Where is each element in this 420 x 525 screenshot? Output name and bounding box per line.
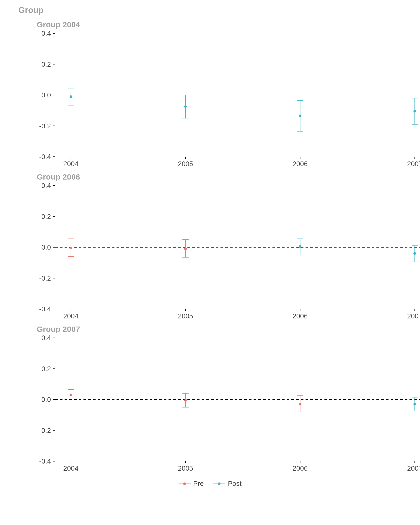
y-tick-label: 0.4 — [41, 334, 51, 342]
y-tick-label: -0.2 — [39, 274, 51, 282]
data-point — [68, 88, 74, 106]
x-tick-label: 2006 — [292, 312, 308, 320]
panel-title: Group 2006 — [37, 172, 80, 181]
data-point — [182, 240, 189, 258]
page-title: Group — [18, 5, 412, 15]
legend: PrePost — [8, 480, 412, 488]
svg-point-47 — [413, 403, 416, 406]
y-tick-label: 0.0 — [41, 396, 51, 403]
plot-svg: -0.4-0.20.00.20.42004200520062007 — [32, 33, 420, 172]
svg-point-23 — [184, 248, 187, 250]
x-tick-label: 2005 — [178, 312, 193, 320]
chart-container: Group Group 2004-0.4-0.20.00.20.42004200… — [0, 0, 420, 525]
svg-point-31 — [413, 252, 416, 255]
plot-area: -0.4-0.20.00.20.42004200520062007 — [32, 186, 407, 309]
data-point — [297, 239, 303, 255]
data-point — [412, 98, 418, 124]
y-tick-label: -0.4 — [39, 305, 51, 313]
data-point — [297, 396, 303, 412]
svg-point-39 — [184, 399, 187, 402]
x-tick-label: 2006 — [292, 160, 308, 168]
data-point — [297, 101, 303, 132]
x-tick-label: 2004 — [63, 312, 78, 320]
chart-panel: Group 2004-0.4-0.20.00.20.42004200520062… — [8, 20, 412, 170]
x-tick-label: 2006 — [292, 464, 308, 472]
legend-item: Post — [213, 480, 242, 488]
y-tick-label: 0.0 — [41, 91, 51, 99]
y-tick-label: 0.4 — [41, 182, 51, 190]
y-tick-label: 0.2 — [41, 213, 51, 220]
x-tick-label: 2005 — [178, 464, 193, 472]
legend-marker-icon — [178, 481, 191, 486]
y-tick-label: 0.4 — [41, 29, 51, 37]
panel-title: Group 2007 — [37, 325, 80, 334]
svg-point-19 — [70, 247, 72, 249]
y-tick-label: 0.2 — [41, 60, 51, 68]
chart-panel: Group 2006-0.4-0.20.00.20.42004200520062… — [8, 172, 412, 322]
y-tick-label: 0.0 — [41, 243, 51, 251]
panels: Group 2004-0.4-0.20.00.20.42004200520062… — [8, 20, 412, 474]
data-point — [412, 246, 418, 262]
plot-svg: -0.4-0.20.00.20.42004200520062007 — [32, 338, 420, 477]
x-tick-label: 2005 — [178, 160, 193, 168]
svg-point-27 — [299, 245, 301, 248]
plot-area: -0.4-0.20.00.20.42004200520062007 — [32, 338, 407, 461]
plot-svg: -0.4-0.20.00.20.42004200520062007 — [32, 186, 420, 325]
y-tick-label: -0.2 — [39, 122, 51, 130]
data-point — [68, 239, 74, 257]
x-tick-label: 2004 — [63, 464, 78, 472]
legend-item: Pre — [178, 480, 204, 488]
legend-label: Post — [228, 480, 242, 488]
x-tick-label: 2007 — [407, 464, 420, 472]
y-tick-label: -0.4 — [39, 457, 51, 465]
legend-label: Pre — [193, 480, 204, 488]
data-point — [182, 393, 189, 407]
svg-point-15 — [413, 110, 416, 113]
y-tick-label: 0.2 — [41, 365, 51, 373]
panel-title: Group 2004 — [37, 20, 80, 29]
x-tick-label: 2007 — [407, 160, 420, 168]
svg-point-35 — [70, 393, 72, 396]
data-point — [412, 397, 418, 411]
data-point — [182, 95, 189, 118]
svg-point-43 — [299, 403, 301, 406]
chart-panel: Group 2007-0.4-0.20.00.20.42004200520062… — [8, 325, 412, 474]
x-tick-label: 2004 — [63, 160, 78, 168]
svg-point-7 — [184, 105, 187, 108]
plot-area: -0.4-0.20.00.20.42004200520062007 — [32, 33, 407, 157]
legend-marker-icon — [213, 481, 225, 486]
x-tick-label: 2007 — [407, 312, 420, 320]
y-tick-label: -0.4 — [39, 153, 51, 161]
svg-point-3 — [70, 95, 72, 98]
data-point — [68, 390, 74, 401]
svg-point-11 — [299, 114, 301, 117]
y-tick-label: -0.2 — [39, 427, 51, 434]
